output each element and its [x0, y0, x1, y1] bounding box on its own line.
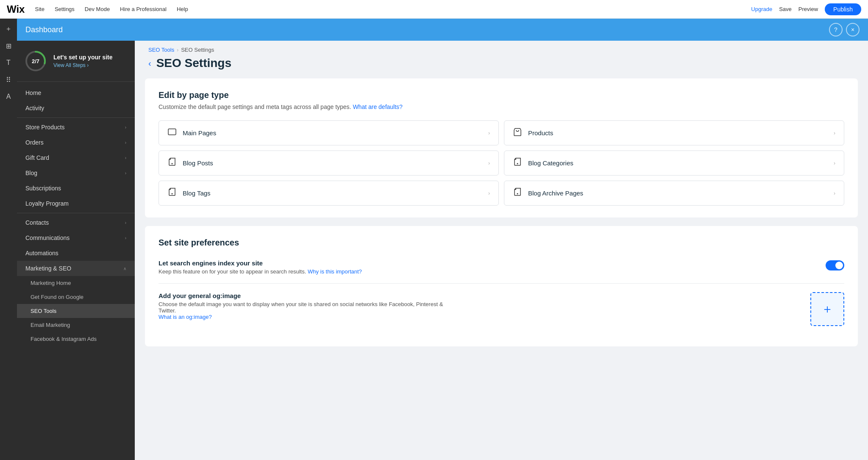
wix-logo: Wix: [7, 3, 25, 15]
publish-button[interactable]: Publish: [825, 3, 861, 15]
nav-dev-mode[interactable]: Dev Mode: [85, 6, 110, 12]
nav-settings[interactable]: Settings: [55, 6, 75, 12]
top-nav: Wix Site Settings Dev Mode Hire a Profes…: [0, 0, 868, 19]
save-button[interactable]: Save: [779, 6, 792, 12]
nav-help[interactable]: Help: [177, 6, 188, 12]
preview-button[interactable]: Preview: [798, 6, 818, 12]
upgrade-link[interactable]: Upgrade: [751, 6, 772, 12]
top-nav-right: Upgrade Save Preview Publish: [751, 3, 861, 15]
nav-hire[interactable]: Hire a Professional: [120, 6, 167, 12]
nav-items: Site Settings Dev Mode Hire a Profession…: [35, 6, 751, 12]
nav-site[interactable]: Site: [35, 6, 44, 12]
